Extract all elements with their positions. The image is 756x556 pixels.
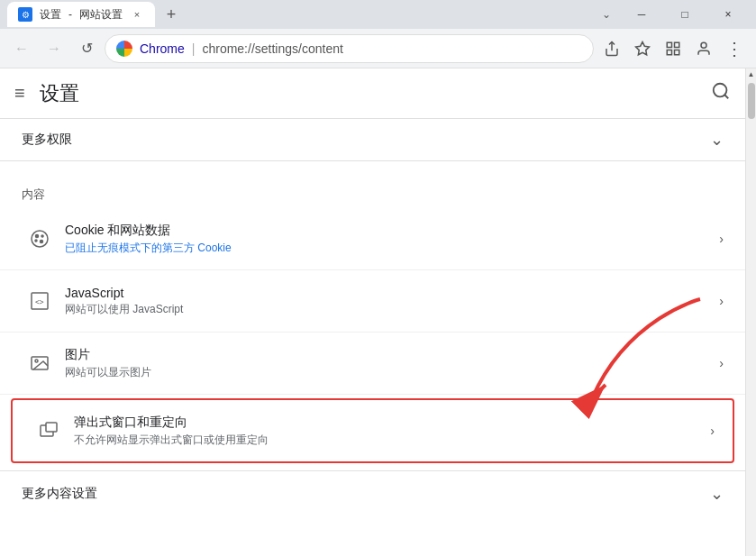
images-item[interactable]: 图片 网站可以显示图片 ›: [0, 333, 745, 395]
toolbar: ← → ↺ Chrome | chrome://settings/content: [0, 29, 756, 68]
svg-point-17: [35, 360, 38, 362]
svg-point-10: [36, 235, 39, 238]
tab-subtitle: 网站设置: [79, 7, 123, 23]
svg-point-12: [41, 235, 43, 237]
cookie-subtitle: 已阻止无痕模式下的第三方 Cookie: [65, 241, 719, 256]
forward-button[interactable]: →: [40, 34, 68, 63]
titlebar-left: ⚙ 设置 - 网站设置 × +: [7, 2, 184, 27]
tab-close-button[interactable]: ×: [130, 7, 144, 22]
search-button[interactable]: [711, 81, 731, 105]
toolbar-right: ⋮: [597, 34, 749, 63]
titlebar: ⚙ 设置 - 网站设置 × + ⌄ ─ □ ×: [0, 0, 756, 29]
javascript-chevron: ›: [719, 294, 724, 308]
popup-item-wrapper: 弹出式窗口和重定向 不允许网站显示弹出式窗口或使用重定向 ›: [0, 398, 745, 463]
svg-line-8: [724, 95, 728, 98]
maximize-button[interactable]: □: [664, 0, 706, 29]
svg-rect-2: [667, 42, 671, 47]
menu-button[interactable]: ⋮: [720, 34, 749, 63]
more-permissions-chevron: ⌄: [710, 130, 724, 150]
hamburger-menu[interactable]: ≡: [14, 83, 25, 104]
popup-item[interactable]: 弹出式窗口和重定向 不允许网站显示弹出式窗口或使用重定向 ›: [11, 398, 734, 463]
content-section-header: 内容: [0, 176, 745, 208]
active-tab[interactable]: ⚙ 设置 - 网站设置 ×: [7, 2, 155, 27]
more-content-chevron: ⌄: [710, 484, 724, 504]
popup-item-text: 弹出式窗口和重定向 不允许网站显示弹出式窗口或使用重定向: [74, 415, 710, 448]
scrollbar[interactable]: ▲: [745, 68, 756, 556]
popup-chevron: ›: [710, 424, 715, 438]
images-icon: [22, 345, 58, 381]
svg-point-11: [41, 241, 43, 243]
images-title: 图片: [65, 347, 719, 363]
popup-icon: [31, 413, 67, 449]
svg-point-9: [32, 231, 48, 247]
share-button[interactable]: [597, 34, 626, 63]
javascript-item-text: JavaScript 网站可以使用 JavaScript: [65, 286, 719, 317]
account-button[interactable]: [689, 34, 718, 63]
tab-title: 设置: [40, 7, 61, 23]
images-item-text: 图片 网站可以显示图片: [65, 347, 719, 380]
address-bar[interactable]: Chrome | chrome://settings/content: [105, 34, 594, 63]
titlebar-expand-icon: ⌄: [594, 5, 619, 24]
svg-marker-1: [636, 41, 650, 54]
more-content-item[interactable]: 更多内容设置 ⌄: [0, 470, 745, 516]
svg-point-6: [701, 42, 706, 48]
address-text: chrome://settings/content: [202, 41, 342, 56]
cookie-icon: [22, 221, 58, 257]
address-separator: |: [192, 41, 196, 56]
javascript-subtitle: 网站可以使用 JavaScript: [65, 302, 719, 317]
bookmark-button[interactable]: [628, 34, 657, 63]
javascript-title: JavaScript: [65, 286, 719, 300]
svg-point-7: [714, 84, 727, 97]
spacer: [0, 161, 745, 176]
cookie-chevron: ›: [719, 232, 724, 246]
minimize-button[interactable]: ─: [621, 0, 662, 29]
scroll-thumb[interactable]: [748, 83, 755, 119]
new-tab-button[interactable]: +: [159, 2, 184, 27]
chrome-favicon: [116, 41, 132, 57]
javascript-item[interactable]: <> JavaScript 网站可以使用 JavaScript ›: [0, 270, 745, 333]
page-title: 设置: [40, 80, 79, 107]
extension-button[interactable]: [659, 34, 688, 63]
cookie-item-text: Cookie 和网站数据 已阻止无痕模式下的第三方 Cookie: [65, 223, 719, 256]
javascript-icon: <>: [22, 283, 58, 319]
scroll-up[interactable]: ▲: [748, 70, 755, 77]
back-button[interactable]: ←: [7, 34, 36, 63]
tab-favicon: ⚙: [18, 7, 32, 22]
cookie-item[interactable]: Cookie 和网站数据 已阻止无痕模式下的第三方 Cookie ›: [0, 208, 745, 270]
svg-point-13: [35, 240, 37, 242]
popup-title: 弹出式窗口和重定向: [74, 415, 710, 431]
svg-rect-3: [675, 42, 679, 47]
svg-rect-5: [667, 50, 671, 54]
svg-rect-19: [46, 423, 57, 432]
close-button[interactable]: ×: [707, 0, 749, 29]
titlebar-controls: ⌄ ─ □ ×: [594, 0, 749, 29]
address-chrome-label: Chrome: [140, 41, 185, 56]
images-chevron: ›: [719, 356, 724, 370]
reload-button[interactable]: ↺: [72, 34, 101, 63]
more-content-label: 更多内容设置: [22, 486, 710, 502]
settings-container: ≡ 设置 更多权限 ⌄ 内容: [0, 68, 745, 556]
images-subtitle: 网站可以显示图片: [65, 365, 719, 380]
popup-subtitle: 不允许网站显示弹出式窗口或使用重定向: [74, 433, 710, 448]
svg-rect-4: [675, 50, 679, 54]
settings-header: ≡ 设置: [0, 68, 745, 119]
settings-content: 更多权限 ⌄ 内容 Cookie 和网站数据: [0, 119, 745, 534]
main-area: ≡ 设置 更多权限 ⌄ 内容: [0, 68, 756, 556]
more-permissions-item[interactable]: 更多权限 ⌄: [0, 119, 745, 161]
svg-text:<>: <>: [35, 298, 44, 306]
cookie-title: Cookie 和网站数据: [65, 223, 719, 239]
more-permissions-label: 更多权限: [22, 132, 710, 148]
